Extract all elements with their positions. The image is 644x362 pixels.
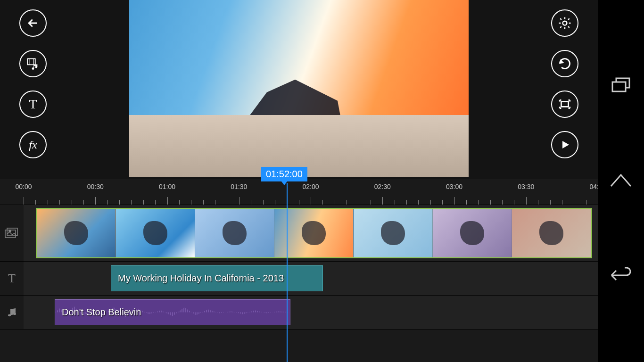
- svg-rect-2: [33, 59, 35, 65]
- svg-point-9: [13, 313, 16, 314]
- home-icon: [609, 172, 633, 188]
- ruler-label: 01:30: [231, 183, 247, 190]
- svg-rect-4: [561, 102, 568, 107]
- music-note-icon: [6, 307, 17, 318]
- audio-clip-label: Don't Stop Believin: [62, 307, 141, 318]
- android-nav-bar: [598, 0, 644, 362]
- audio-track-body[interactable]: Don't Stop Believin: [24, 296, 598, 329]
- image-stack-icon: [5, 228, 19, 239]
- fx-icon: fx: [29, 139, 37, 151]
- media-button[interactable]: [19, 50, 47, 77]
- settings-button[interactable]: [551, 9, 578, 37]
- preview-section: T fx: [0, 0, 598, 179]
- ruler-label: 02:00: [302, 183, 319, 190]
- ruler-label: 02:30: [374, 183, 391, 190]
- back-button[interactable]: [19, 9, 47, 37]
- text-icon: T: [29, 97, 37, 112]
- svg-point-3: [563, 21, 567, 25]
- back-icon: [610, 267, 632, 284]
- video-thumb: [116, 209, 195, 257]
- video-thumb: [512, 209, 591, 257]
- video-track: [0, 205, 598, 262]
- undo-button[interactable]: [551, 50, 578, 77]
- android-back-button[interactable]: [610, 267, 632, 286]
- right-toolbar: [532, 0, 598, 179]
- fullscreen-button[interactable]: [551, 90, 578, 118]
- video-thumb: [354, 209, 433, 257]
- video-thumb: [195, 209, 274, 257]
- preview-frame: [129, 0, 469, 177]
- text-track: T My Working Holiday In California - 201…: [0, 262, 598, 296]
- timeline-ruler[interactable]: 00:0000:3001:0001:3002:0002:3003:0003:30…: [0, 179, 598, 205]
- recent-apps-icon: [611, 76, 631, 93]
- playhead[interactable]: 01:52:00: [287, 183, 288, 362]
- audio-track: Don't Stop Believin: [0, 296, 598, 329]
- gear-icon: [558, 16, 572, 30]
- audio-track-head: [0, 296, 24, 329]
- fullscreen-icon: [559, 98, 571, 110]
- timeline-section: 00:0000:3001:0001:3002:0002:3003:0003:30…: [0, 179, 598, 362]
- title-clip[interactable]: My Working Holiday In California - 2013: [111, 265, 323, 291]
- ruler-label: 00:00: [15, 183, 32, 190]
- preview-viewport[interactable]: [66, 0, 532, 179]
- recent-apps-button[interactable]: [611, 76, 631, 95]
- fx-button[interactable]: fx: [19, 131, 47, 158]
- play-icon: [559, 139, 570, 150]
- play-button[interactable]: [551, 131, 578, 158]
- title-clip-label: My Working Holiday In California - 2013: [118, 273, 284, 284]
- ruler-label: 03:00: [446, 183, 462, 190]
- svg-rect-0: [27, 59, 35, 65]
- video-track-head: [0, 205, 24, 261]
- svg-point-8: [8, 314, 11, 316]
- video-thumb: [433, 209, 512, 257]
- home-button[interactable]: [609, 172, 633, 190]
- video-track-body[interactable]: [24, 205, 598, 261]
- svg-rect-1: [27, 59, 29, 65]
- undo-icon: [558, 57, 571, 70]
- text-track-body[interactable]: My Working Holiday In California - 2013: [24, 262, 598, 295]
- audio-clip[interactable]: Don't Stop Believin: [55, 299, 290, 325]
- text-button[interactable]: T: [19, 90, 47, 118]
- arrow-left-icon: [26, 16, 40, 30]
- ruler-label: 00:30: [87, 183, 104, 190]
- video-thumb: [37, 209, 116, 257]
- video-clip[interactable]: [36, 208, 592, 258]
- left-toolbar: T fx: [0, 0, 66, 179]
- playhead-time: 01:52:00: [261, 167, 307, 181]
- film-music-icon: [26, 57, 40, 70]
- text-track-head: T: [0, 262, 24, 295]
- ruler-label: 03:30: [518, 183, 534, 190]
- ruler-label: 01:00: [159, 183, 175, 190]
- svg-rect-10: [612, 82, 626, 91]
